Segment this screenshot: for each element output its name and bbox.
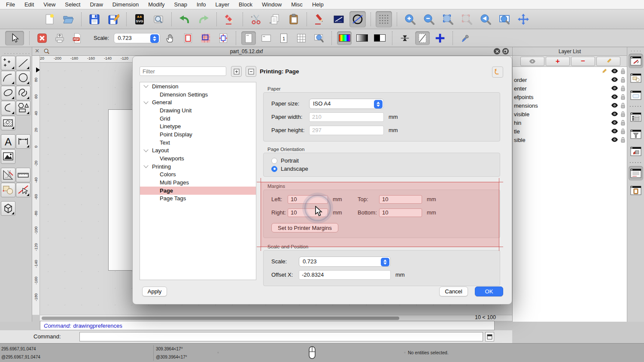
fit-to-page-button[interactable] <box>216 31 231 45</box>
eye-icon[interactable] <box>611 120 618 125</box>
snap-tool-button[interactable] <box>16 183 30 197</box>
arc-tool-button[interactable] <box>1 71 15 85</box>
save-as-button[interactable] <box>105 11 122 27</box>
close-print-preview-button[interactable] <box>35 31 49 45</box>
tree-item-point-display[interactable]: Point Display <box>140 130 256 139</box>
dock-drag-handle[interactable] <box>629 49 642 51</box>
menu-block[interactable]: Block <box>239 1 252 8</box>
lock-icon[interactable] <box>620 120 626 126</box>
layer-row[interactable]: efpoints <box>513 93 627 101</box>
menu-layer[interactable]: Layer <box>216 1 230 8</box>
menu-info[interactable]: Info <box>197 1 206 8</box>
apply-button[interactable]: Apply <box>142 287 167 296</box>
margin-top-input[interactable] <box>379 195 422 204</box>
auto-fit-button[interactable] <box>398 31 412 45</box>
menu-edit[interactable]: Edit <box>24 1 34 8</box>
tree-item-page-tags[interactable]: Page Tags <box>140 195 256 203</box>
new-file-button[interactable] <box>41 11 58 27</box>
lock-icon[interactable] <box>620 128 626 134</box>
chevron-down-icon[interactable] <box>143 163 148 168</box>
pan-button[interactable] <box>515 11 532 27</box>
menu-view[interactable]: View <box>43 1 55 8</box>
offset-x-input[interactable] <box>299 270 391 280</box>
filter-input[interactable] <box>140 66 226 76</box>
single-page-button[interactable]: 1 <box>276 31 291 45</box>
revert-button[interactable] <box>492 66 503 78</box>
lock-icon[interactable] <box>620 111 626 117</box>
library-browser-panel-button[interactable] <box>629 144 643 159</box>
zoom-to-page-button[interactable] <box>312 31 326 45</box>
eye-icon[interactable] <box>611 68 618 74</box>
tree-item-colors[interactable]: Colors <box>140 171 256 179</box>
layer-row[interactable]: mensions <box>513 101 627 110</box>
points-tool-button[interactable] <box>1 56 15 70</box>
previous-view-button[interactable] <box>477 11 494 27</box>
radio-unchecked-icon[interactable] <box>271 158 277 164</box>
viewport-panel-button[interactable] <box>629 88 643 103</box>
stepper-icon[interactable] <box>374 100 383 109</box>
save-button[interactable] <box>86 11 103 27</box>
line-tool-button[interactable] <box>16 56 30 70</box>
layer-row[interactable]: tle <box>513 127 627 136</box>
tree-item-drawing-unit[interactable]: Drawing Unit <box>140 106 256 115</box>
portrait-option[interactable]: Portrait <box>264 157 500 165</box>
command-input[interactable] <box>79 332 483 341</box>
tree-item-multi-pages[interactable]: Multi Pages <box>140 178 256 187</box>
expand-all-button[interactable] <box>231 66 242 77</box>
chevron-down-icon[interactable] <box>143 99 148 104</box>
menu-modify[interactable]: Modify <box>148 1 164 8</box>
edit-layer-button[interactable] <box>596 57 620 66</box>
block-list-panel-button[interactable] <box>629 71 643 85</box>
window-close-button[interactable] <box>494 48 500 54</box>
tree-item-grid[interactable]: Grid <box>140 115 256 123</box>
multi-page-borders-button[interactable] <box>198 31 213 45</box>
eye-icon[interactable] <box>611 128 618 134</box>
collapse-all-button[interactable] <box>246 66 256 77</box>
modify-tools-button[interactable] <box>1 168 15 182</box>
landscape-page-button[interactable] <box>259 31 273 45</box>
text-tool-button[interactable]: A <box>1 134 15 149</box>
zoom-in-button[interactable] <box>402 11 418 27</box>
grayscale-button[interactable] <box>355 31 369 45</box>
hatch-tool-button[interactable] <box>1 116 15 130</box>
scale-combo[interactable]: 0.723 <box>114 33 160 43</box>
toggle-all-visibility-button[interactable] <box>520 57 544 66</box>
pdf-export-button[interactable]: PDF <box>70 31 85 45</box>
open-file-button[interactable] <box>60 11 76 27</box>
eye-icon[interactable] <box>611 94 618 100</box>
circle-tool-button[interactable] <box>16 71 30 85</box>
paste-button[interactable] <box>286 11 302 27</box>
clipboard-panel-button[interactable] <box>629 183 643 198</box>
ok-button[interactable]: OK <box>475 287 503 296</box>
delete-button[interactable] <box>222 11 238 27</box>
tree-item-printing[interactable]: Printing <box>140 163 256 171</box>
scrollbar-thumb[interactable] <box>42 317 399 320</box>
dialog-scale-combo[interactable]: 0.723 <box>299 256 391 267</box>
paper-size-select[interactable]: ISO A4 <box>309 99 384 109</box>
lock-icon[interactable] <box>620 94 626 100</box>
set-printer-margins-button[interactable]: Set to Printer Margins <box>271 223 338 232</box>
page-background-button[interactable] <box>415 31 430 45</box>
measure-tool-button[interactable] <box>16 168 30 182</box>
print-button[interactable] <box>52 31 67 45</box>
tree-item-dimension-settings[interactable]: Dimension Settings <box>140 90 256 99</box>
undo-button[interactable] <box>176 11 193 27</box>
select-tool-button[interactable] <box>5 31 24 45</box>
menu-draw[interactable]: Draw <box>90 1 103 8</box>
layer-list-panel-button[interactable] <box>629 110 643 124</box>
tree-item-linetype[interactable]: Linetype <box>140 122 256 130</box>
chevron-down-icon[interactable] <box>143 83 148 88</box>
eye-icon[interactable] <box>611 103 618 108</box>
tree-item-general[interactable]: General <box>140 98 256 106</box>
spline-tool-button[interactable] <box>16 86 30 100</box>
cancel-button[interactable]: Cancel <box>439 287 468 296</box>
tree-item-viewports[interactable]: Viewports <box>140 154 256 163</box>
distance-tool-button[interactable] <box>331 11 347 27</box>
lock-icon[interactable] <box>620 77 626 83</box>
command-panel-toggle-button[interactable] <box>485 332 494 341</box>
layer-row[interactable]: sible <box>513 136 627 144</box>
svg-export-button[interactable]: SVG <box>131 11 148 27</box>
menu-window[interactable]: Window <box>262 1 282 8</box>
menu-snap[interactable]: Snap <box>174 1 187 8</box>
layer-row[interactable]: visible <box>513 110 627 118</box>
